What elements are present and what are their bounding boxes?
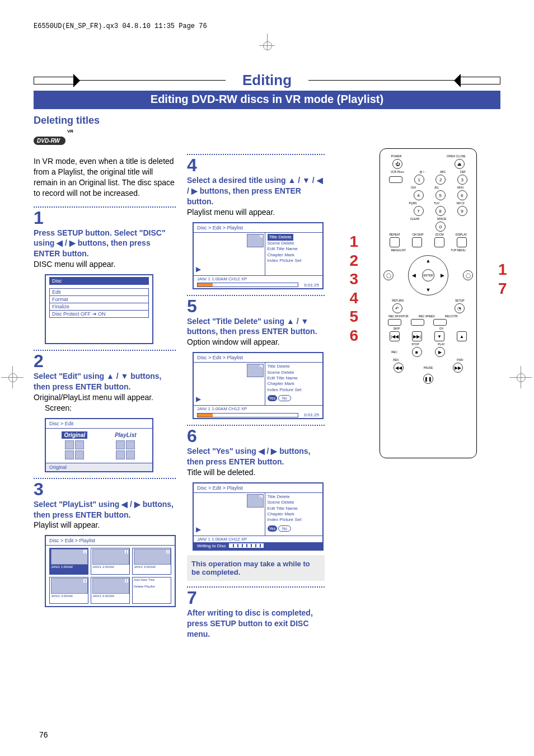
- osd-playlist-edit-1: Disc > Edit > Playlist 1 ▶ Title Delete …: [193, 222, 324, 289]
- zoom-button-icon: [434, 237, 444, 247]
- setup-button-icon: ◔: [455, 303, 465, 313]
- step-number-4: 4: [187, 156, 325, 174]
- thumb-2: 2JAN/1 2:00AM: [91, 548, 130, 575]
- num-5: 5: [435, 190, 446, 200]
- step-4-instruction: Select a desired title using ▲ / ▼ / ◀ /…: [187, 175, 325, 207]
- menulist-button-icon: ◯: [383, 270, 394, 280]
- eject-button-icon: ⏏: [455, 159, 465, 169]
- play-icon: ▶: [196, 525, 201, 533]
- ch-down-icon: ▼: [434, 331, 444, 341]
- step-number-2: 2: [34, 352, 176, 370]
- separator: [34, 350, 176, 351]
- yes-button: Yes: [268, 525, 277, 532]
- separator: [187, 586, 325, 588]
- separator: [34, 478, 176, 479]
- step-number-7: 7: [187, 589, 325, 607]
- page-title: Editing: [226, 72, 308, 89]
- return-button-icon: ↶: [392, 303, 402, 313]
- step-3-note: Playlist will appear.: [34, 520, 176, 530]
- section-heading: Deleting titles: [34, 115, 500, 126]
- osd-item-protect: Disc Protect OFF ➔ ON: [49, 310, 149, 318]
- rev-button-icon: ◀◀: [394, 363, 404, 373]
- osd-breadcrumb: Disc > Edit > Playlist: [194, 483, 322, 492]
- step-5-instruction: Select "Title Delete" using ▲ / ▼ button…: [187, 316, 325, 337]
- separator: [187, 295, 325, 296]
- dpad-icon: ▲ ▼ ◀ ▶ ENTER: [408, 255, 448, 295]
- callout-right: 1 7: [498, 148, 515, 298]
- num-7: 7: [414, 206, 424, 216]
- play-icon: ▶: [196, 265, 201, 273]
- topmenu-button-icon: ◯: [463, 270, 473, 280]
- osd-duration: 0:01:25: [304, 283, 319, 288]
- step-5-note: Option window will appear.: [187, 337, 325, 348]
- recspeed-button-icon: [411, 319, 424, 326]
- play-icon: ▶: [196, 395, 201, 403]
- thumb-4: 4JAN/1 4:00AM: [49, 577, 88, 604]
- osd-playlist-grid: Disc > Edit > Playlist 1JAN/1 1:00AM 2JA…: [45, 535, 176, 607]
- osd-edit-menu: Title Delete Scene Delete Edit Title Nam…: [265, 493, 323, 536]
- right-arrow-icon: ▶: [441, 273, 444, 278]
- osd-playlist-edit-2: Disc > Edit > Playlist 1 ▶ Title Delete …: [193, 352, 324, 419]
- osd-duration: 0:01:25: [304, 412, 319, 417]
- note-box: This operation may take a while to be co…: [187, 555, 325, 581]
- repeat-button-icon: [390, 237, 400, 247]
- step-2-screen-label: Screen:: [45, 403, 176, 414]
- thumb-1: 1JAN/1 1:00AM: [49, 548, 88, 575]
- page-number: 76: [39, 730, 48, 739]
- play-button-icon: ▶: [435, 347, 445, 357]
- step-number-5: 5: [187, 297, 325, 315]
- writing-label: Writing to Disc: [197, 543, 226, 548]
- thumb-3: 3JAN/1 3:00AM: [132, 548, 171, 575]
- fwd-button-icon: ▶▶: [453, 363, 463, 373]
- step-7-instruction: After writing to disc is completed, pres…: [187, 608, 325, 640]
- down-arrow-icon: ▼: [426, 287, 431, 293]
- osd-item-finalize: Finalize: [49, 303, 149, 311]
- thumb-5: 5JAN/1 5:00AM: [91, 577, 130, 604]
- recmonitor-button-icon: [388, 319, 401, 326]
- separator: [187, 154, 325, 155]
- num-0: 0: [435, 222, 446, 232]
- separator: [34, 206, 176, 208]
- intro-text: In VR mode, even when a title is deleted…: [34, 156, 176, 199]
- skip-prev-icon: |◀◀: [390, 331, 400, 341]
- skip-next-icon: ▶▶|: [412, 331, 422, 341]
- recotr-button-icon: [433, 319, 447, 326]
- ch-up-icon: ▲: [457, 331, 467, 341]
- remote-control-diagram: POWEROPEN/ CLOSE ⏻ ⏏ VCR Plus+.@ / :ABCD…: [380, 148, 477, 458]
- up-arrow-icon: ▲: [426, 258, 431, 264]
- osd-edit-menu: Title Delete Scene Delete Edit Title Nam…: [265, 233, 323, 275]
- step-number-1: 1: [34, 209, 176, 227]
- display-button-icon: [457, 237, 467, 247]
- vr-label: VR: [67, 129, 73, 134]
- cmskip-button-icon: [412, 237, 422, 247]
- power-button-icon: ⏻: [392, 159, 402, 169]
- osd-status-text: JAN/ 1 1:00AM CH12 XP: [197, 276, 247, 281]
- step-2-note: Original/PlayList menu will appear.: [34, 392, 176, 403]
- osd-breadcrumb: Disc > Edit: [46, 419, 152, 428]
- num-6: 6: [457, 190, 467, 200]
- osd-disc-edit: Disc > Edit Original PlayList Original: [45, 418, 153, 472]
- step-3-instruction: Select "PlayList" using ◀ / ▶ buttons, t…: [34, 499, 176, 520]
- vcrplus-button-icon: [389, 176, 402, 183]
- step-number-3: 3: [34, 480, 176, 498]
- step-1-instruction: Press SETUP button. Select "DISC" using …: [34, 228, 176, 260]
- osd-item-edit: Edit: [49, 288, 149, 296]
- osd-playlist-edit-3: Disc > Edit > Playlist 1 ▶ Title Delete …: [193, 482, 324, 551]
- osd-breadcrumb: Disc > Edit > Playlist: [194, 353, 322, 362]
- thumb-actions: Add New Title Delete Playlist: [132, 577, 171, 604]
- enter-button-icon: ENTER: [422, 269, 434, 281]
- osd-status-text: JAN/ 1 1:00AM CH12 XP: [197, 406, 247, 411]
- step-2-instruction: Select "Edit" using ▲ / ▼ buttons, then …: [34, 371, 176, 392]
- registration-mark-top: [34, 36, 500, 49]
- osd-footer-label: Original: [46, 463, 152, 471]
- left-arrow-icon: ◀: [412, 273, 416, 278]
- progress-bar: [197, 413, 298, 417]
- callout-left: 1 2 3 4 5 6: [336, 148, 358, 345]
- page-title-bar: Editing: [34, 72, 500, 88]
- num-3: 3: [457, 175, 467, 185]
- osd-disc-title: Disc: [49, 277, 149, 285]
- separator: [187, 425, 325, 426]
- osd-original-col: Original: [62, 432, 87, 459]
- pause-button-icon: ❚❚: [423, 374, 433, 384]
- osd-breadcrumb: Disc > Edit > Playlist: [194, 223, 322, 232]
